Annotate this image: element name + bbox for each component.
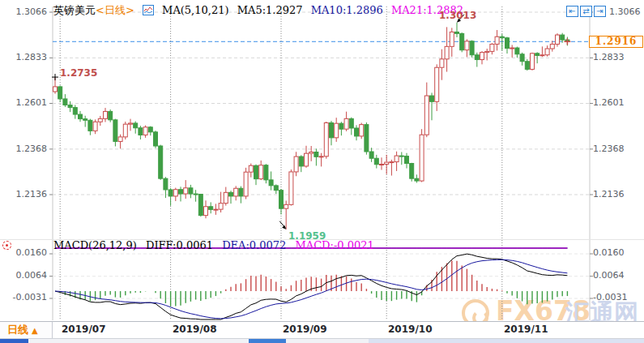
price-tick-left: 1.2601 xyxy=(5,98,47,108)
annotation-first-high: 1.2735 xyxy=(60,67,97,79)
period-selector-label: 日线 xyxy=(7,324,28,336)
price-tick-left: 1.2136 xyxy=(5,190,47,199)
macd-tick-right: 0.0064 xyxy=(593,271,642,281)
price-tick-right: 1.2368 xyxy=(593,144,642,154)
price-tick-left: 1.2368 xyxy=(5,144,47,154)
scrollbar-handle[interactable] xyxy=(249,339,286,343)
period-tag: <日线> xyxy=(96,4,134,16)
jump-to-latest-icon[interactable]: ⇥ xyxy=(594,6,606,17)
ma10-value: MA10:1.2896 xyxy=(311,4,383,16)
x-axis-row: 日线▲ 2019/07 2019/08 2019/09 2019/10 2019… xyxy=(0,321,644,337)
macd-tick-left: -0.0031 xyxy=(5,293,47,302)
macd-tick-left: 0.0064 xyxy=(5,271,47,281)
chart-stage: FX678 汇通网 英镑美元<日线> MA(5,10,21) MA5:1.292… xyxy=(0,0,644,343)
annotation-trough-low: 1.1959 xyxy=(288,230,326,242)
price-tick-right: 1.2601 xyxy=(593,98,642,108)
time-scrollbar[interactable] xyxy=(0,338,644,343)
x-axis-label: 2019/08 xyxy=(173,324,216,335)
candlestick-mini-icon[interactable] xyxy=(143,5,154,15)
zoom-out-icon[interactable]: ⇤ xyxy=(566,6,578,17)
macd-tick-right: 0.0160 xyxy=(593,248,642,258)
macd-header: MACD(26,12,9) DIFF:0.0061 DEA:0.0072 MAC… xyxy=(53,239,380,251)
period-selector-tab[interactable]: 日线▲ xyxy=(0,322,53,338)
x-axis-label: 2019/10 xyxy=(388,324,432,335)
macd-title: MACD(26,12,9) xyxy=(53,239,137,251)
scrollbar-right-segment xyxy=(369,339,644,343)
chevron-up-icon: ▲ xyxy=(32,326,38,335)
macd-tick-right: -0.0031 xyxy=(593,293,642,302)
x-axis-label: 2019/11 xyxy=(504,324,548,335)
last-price-box: 1.2916 xyxy=(589,36,643,48)
zoom-in-icon[interactable]: ⇄ xyxy=(580,6,592,17)
chart-toolbar: ⇤ ⇄ ⇥ xyxy=(566,6,606,17)
price-tick-left: 1.2833 xyxy=(5,53,47,62)
price-tick-right: 1.3066 xyxy=(609,7,644,17)
macd-diff-value: DIFF:0.0061 xyxy=(146,239,213,251)
x-axis-label: 2019/09 xyxy=(283,324,326,335)
ma5-value: MA5:1.2927 xyxy=(237,4,303,16)
macd-tick-left: 0.0160 xyxy=(5,248,47,258)
price-tick-right: 1.2136 xyxy=(593,190,642,199)
macd-dea-value: DEA:0.0072 xyxy=(222,239,286,251)
price-tick-left: 1.3066 xyxy=(5,7,47,17)
price-tick-right: 1.2833 xyxy=(593,53,642,62)
ma-group-label: MA(5,10,21) xyxy=(162,4,228,16)
candlestick-chart[interactable] xyxy=(0,0,644,343)
x-axis-label: 2019/07 xyxy=(62,324,105,335)
chart-header: 英镑美元<日线> MA(5,10,21) MA5:1.2927 MA10:1.2… xyxy=(53,4,468,17)
scrollbar-left-segment xyxy=(0,339,28,343)
symbol-title: 英镑美元 xyxy=(53,4,96,16)
annotation-peak-high: 1.3013 xyxy=(439,10,476,21)
